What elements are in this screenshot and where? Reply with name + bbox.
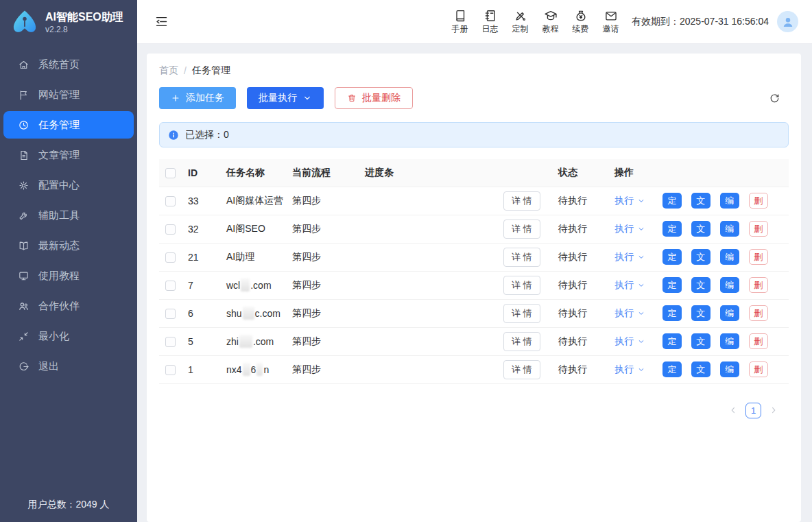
batch-delete-button[interactable]: 批量删除 <box>335 87 413 109</box>
action-delete-button[interactable]: 删 <box>749 193 768 209</box>
action-wen-button[interactable]: 文 <box>691 249 710 265</box>
exec-dropdown[interactable]: 执行 <box>614 335 645 348</box>
topbar-item-book[interactable]: 手册 <box>449 9 471 35</box>
sidebar-item-partners[interactable]: 合作伙伴 <box>3 292 134 320</box>
row-checkbox[interactable] <box>165 281 176 291</box>
row-checkbox[interactable] <box>165 196 176 206</box>
topbar-item-journal[interactable]: 日志 <box>479 9 501 35</box>
sidebar-item-wrench[interactable]: 辅助工具 <box>3 202 134 229</box>
task-progress <box>361 355 499 383</box>
detail-button[interactable]: 详 情 <box>503 276 540 295</box>
action-delete-button[interactable]: 删 <box>749 221 768 237</box>
sidebar-item-minimize[interactable]: 最小化 <box>3 322 134 350</box>
user-avatar[interactable] <box>777 11 798 32</box>
action-bian-button[interactable]: 编 <box>720 333 739 349</box>
sidebar-item-label: 系统首页 <box>38 58 80 71</box>
topbar-item-moneybag[interactable]: 续费 <box>569 9 592 35</box>
exec-dropdown[interactable]: 执行 <box>614 307 645 320</box>
detail-button[interactable]: 详 情 <box>503 248 540 267</box>
action-wen-button[interactable]: 文 <box>691 221 710 237</box>
sidebar-item-monitor[interactable]: 使用教程 <box>3 262 134 289</box>
sidebar-item-home[interactable]: 系统首页 <box>3 51 134 78</box>
detail-button[interactable]: 详 情 <box>503 360 540 379</box>
next-page-icon[interactable] <box>769 405 778 415</box>
detail-button[interactable]: 详 情 <box>503 220 540 239</box>
column-header: 状态 <box>554 159 610 187</box>
action-delete-button[interactable]: 删 <box>749 277 768 293</box>
detail-button[interactable]: 详 情 <box>503 304 540 323</box>
task-actions: 执行 定 文 编 删 <box>610 327 789 355</box>
action-bian-button[interactable]: 编 <box>720 193 739 209</box>
action-ding-button[interactable]: 定 <box>662 305 682 321</box>
row-checkbox[interactable] <box>165 337 176 347</box>
task-name-text: zhi <box>226 336 239 347</box>
detail-button[interactable]: 详 情 <box>503 191 540 211</box>
action-bian-button[interactable]: 编 <box>720 361 739 377</box>
action-bian-button[interactable]: 编 <box>720 249 739 265</box>
topbar-item-cap[interactable]: 教程 <box>539 9 562 35</box>
chevron-down-icon <box>637 366 645 374</box>
app-version: v2.2.8 <box>45 25 123 34</box>
task-flow: 第四步 <box>288 327 361 355</box>
sidebar-item-site[interactable]: 网站管理 <box>3 81 134 108</box>
action-delete-button[interactable]: 删 <box>749 333 768 349</box>
task-status: 待执行 <box>554 215 610 243</box>
breadcrumb-home[interactable]: 首页 <box>159 64 178 77</box>
row-checkbox[interactable] <box>165 309 176 319</box>
action-wen-button[interactable]: 文 <box>691 305 710 321</box>
page-number[interactable]: 1 <box>745 403 761 418</box>
info-icon <box>168 130 179 141</box>
batch-delete-label: 批量删除 <box>362 92 401 104</box>
topbar-item-mail[interactable]: 邀请 <box>599 9 622 35</box>
row-checkbox[interactable] <box>165 365 176 375</box>
action-bian-button[interactable]: 编 <box>720 305 739 321</box>
action-ding-button[interactable]: 定 <box>662 249 682 265</box>
action-wen-button[interactable]: 文 <box>691 333 710 349</box>
exec-dropdown[interactable]: 执行 <box>614 223 645 235</box>
topbar-item-tools[interactable]: 定制 <box>509 9 532 35</box>
action-ding-button[interactable]: 定 <box>662 193 682 209</box>
action-delete-button[interactable]: 删 <box>749 305 768 321</box>
sidebar-item-logout[interactable]: 退出 <box>3 353 134 380</box>
exec-dropdown[interactable]: 执行 <box>614 279 645 292</box>
task-id: 21 <box>184 243 222 271</box>
sidebar-item-clock[interactable]: 任务管理 <box>3 111 134 139</box>
task-progress <box>361 243 499 271</box>
task-actions: 执行 定 文 编 删 <box>610 271 789 299</box>
task-name-text: wcl <box>226 280 240 291</box>
select-all-checkbox[interactable] <box>165 168 176 178</box>
action-delete-button[interactable]: 删 <box>749 361 768 377</box>
exec-label: 执行 <box>614 223 634 235</box>
exec-dropdown[interactable]: 执行 <box>614 364 645 376</box>
action-ding-button[interactable]: 定 <box>662 333 682 349</box>
action-bian-button[interactable]: 编 <box>720 277 739 293</box>
exec-dropdown[interactable]: 执行 <box>614 251 645 263</box>
sidebar-item-label: 最新动态 <box>38 239 80 252</box>
task-flow: 第四步 <box>288 187 361 215</box>
sidebar-item-news[interactable]: 最新动态 <box>3 232 134 259</box>
sidebar-item-gear[interactable]: 配置中心 <box>3 171 134 199</box>
detail-button[interactable]: 详 情 <box>503 332 540 351</box>
action-ding-button[interactable]: 定 <box>662 277 682 293</box>
sidebar-item-label: 任务管理 <box>38 119 80 132</box>
action-ding-button[interactable]: 定 <box>662 221 682 237</box>
add-task-button[interactable]: 添加任务 <box>159 87 236 109</box>
row-checkbox[interactable] <box>165 224 176 235</box>
action-wen-button[interactable]: 文 <box>691 193 710 209</box>
action-ding-button[interactable]: 定 <box>662 361 682 377</box>
sidebar-item-label: 网站管理 <box>38 88 80 102</box>
sidebar-collapse-icon[interactable] <box>154 14 169 29</box>
task-id: 33 <box>184 187 222 215</box>
prev-page-icon[interactable] <box>728 405 738 415</box>
validity-value: 2025-07-31 16:56:04 <box>680 16 769 27</box>
sidebar-item-article[interactable]: 文章管理 <box>3 141 134 169</box>
action-wen-button[interactable]: 文 <box>691 277 710 293</box>
refresh-icon[interactable] <box>769 93 780 104</box>
action-delete-button[interactable]: 删 <box>749 249 768 265</box>
row-checkbox[interactable] <box>165 252 176 263</box>
batch-exec-button[interactable]: 批量执行 <box>247 87 324 109</box>
action-wen-button[interactable]: 文 <box>691 361 710 377</box>
chevron-down-icon <box>302 93 312 103</box>
action-bian-button[interactable]: 编 <box>720 221 739 237</box>
exec-dropdown[interactable]: 执行 <box>614 195 645 207</box>
